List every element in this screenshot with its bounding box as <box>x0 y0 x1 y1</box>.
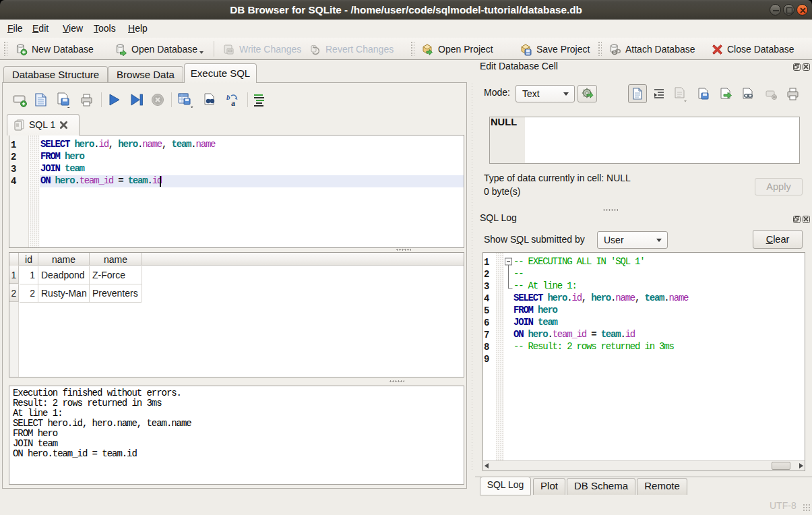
svg-text:a: a <box>231 98 235 108</box>
svg-text:b: b <box>226 93 230 101</box>
